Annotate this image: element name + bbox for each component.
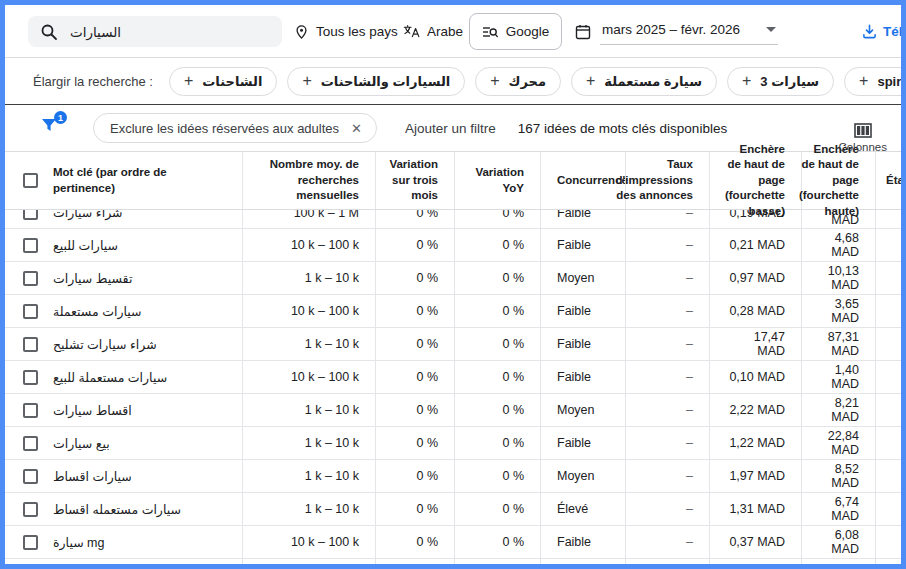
top-bid-high-cell: 87,31 MAD bbox=[801, 328, 875, 360]
ad-impression-share-cell: – bbox=[625, 361, 709, 393]
yoy-change-cell: 0 % bbox=[454, 295, 540, 327]
keyword-cell: سيارات مستعملة bbox=[53, 304, 142, 319]
ad-impression-share-cell: – bbox=[625, 295, 709, 327]
avg-searches-cell: 1 k – 10 k bbox=[242, 493, 375, 525]
competition-cell: Moyen bbox=[540, 262, 625, 294]
plus-icon: + bbox=[184, 72, 193, 90]
keyword-cell: تقسيط سيارات bbox=[53, 271, 132, 286]
row-checkbox[interactable] bbox=[23, 337, 38, 352]
competition-cell: Moyen bbox=[540, 394, 625, 426]
top-bid-high-cell: 22,84 MAD bbox=[801, 427, 875, 459]
columns-label: Colonnes bbox=[838, 141, 887, 153]
row-checkbox[interactable] bbox=[23, 238, 38, 253]
ad-impression-share-cell: – bbox=[625, 427, 709, 459]
avg-searches-cell: 1 k – 10 k bbox=[242, 427, 375, 459]
filter-funnel-button[interactable]: 1 bbox=[39, 115, 65, 141]
header-three-month-change[interactable]: Variation sur trois mois bbox=[375, 152, 454, 209]
table-row-partial-top: شراء سيارات 100 k – 1 M 0 % 0 % Faible –… bbox=[5, 210, 901, 229]
broaden-keyword-chip[interactable]: + محرك bbox=[475, 67, 561, 96]
header-status[interactable]: État bbox=[875, 152, 901, 209]
search-network-selector[interactable]: Google bbox=[469, 13, 562, 50]
top-toolbar: السيارات Tous les pays Arabe Google bbox=[5, 5, 901, 58]
keyword-search-input[interactable]: السيارات bbox=[28, 16, 282, 47]
download-button[interactable]: Télécharger bbox=[862, 5, 906, 58]
yoy-change-cell: 0 % bbox=[454, 262, 540, 294]
three-month-change-cell: 0 % bbox=[375, 526, 454, 558]
header-avg-searches[interactable]: Nombre moy. de recherches mensuelles bbox=[242, 152, 375, 209]
network-label: Google bbox=[506, 24, 550, 39]
broaden-keyword-chip[interactable]: + spirited away bbox=[844, 67, 906, 96]
select-all-checkbox[interactable] bbox=[23, 173, 38, 188]
top-bid-high-cell: 6,74 MAD bbox=[801, 493, 875, 525]
competition-cell: Faible bbox=[540, 295, 625, 327]
row-checkbox[interactable] bbox=[23, 403, 38, 418]
download-label: Télécharger bbox=[883, 24, 906, 39]
columns-icon bbox=[854, 123, 872, 138]
top-bid-high-cell: 8,52 MAD bbox=[801, 460, 875, 492]
yoy-change-cell: 0 % bbox=[454, 493, 540, 525]
row-checkbox[interactable] bbox=[23, 370, 38, 385]
status-cell bbox=[875, 460, 901, 492]
date-range-picker[interactable]: mars 2025 – févr. 2026 bbox=[575, 5, 778, 58]
broaden-search-bar: Élargir la recherche : + الشاحنات + السي… bbox=[5, 58, 901, 105]
columns-button[interactable]: Colonnes bbox=[838, 123, 887, 153]
avg-searches-cell: 1 k – 10 k bbox=[242, 394, 375, 426]
row-checkbox[interactable] bbox=[23, 535, 38, 550]
competition-cell: Faible bbox=[540, 427, 625, 459]
keyword-cell: سيارات للبيع bbox=[53, 238, 118, 253]
chip-label: سيارة مستعملة bbox=[604, 74, 702, 89]
top-bid-low-cell: 0,97 MAD bbox=[709, 262, 801, 294]
three-month-change-cell: 0 % bbox=[375, 493, 454, 525]
header-yoy-change[interactable]: Variation YoY bbox=[454, 152, 540, 209]
row-checkbox[interactable] bbox=[23, 469, 38, 484]
header-ad-impression-share[interactable]: Taux d'impressions des annonces bbox=[625, 152, 709, 209]
row-checkbox[interactable] bbox=[23, 271, 38, 286]
keyword-ideas-table: Mot clé (par ordre de pertinence) Nombre… bbox=[5, 151, 901, 569]
keyword-cell: سيارات اقساط bbox=[53, 469, 132, 484]
location-targeting-button[interactable]: Tous les pays bbox=[294, 5, 398, 58]
broaden-keyword-chip[interactable]: + سيارات 3 bbox=[727, 67, 834, 96]
row-checkbox[interactable] bbox=[23, 210, 38, 220]
broaden-keyword-chip[interactable]: + سيارة مستعملة bbox=[571, 67, 717, 96]
header-top-bid-high[interactable]: Enchère de haut de page (fourchette haut… bbox=[801, 152, 875, 209]
status-cell bbox=[875, 262, 901, 294]
three-month-change-cell: 0 % bbox=[375, 229, 454, 261]
header-top-bid-low[interactable]: Enchère de haut de page (fourchette bass… bbox=[709, 152, 801, 209]
yoy-change-cell: 0 % bbox=[454, 361, 540, 393]
three-month-change-cell: 0 % bbox=[375, 361, 454, 393]
search-query-text: السيارات bbox=[70, 24, 121, 40]
top-bid-high-cell: 10,13 MAD bbox=[801, 262, 875, 294]
chip-label: spirited away bbox=[877, 74, 906, 89]
top-bid-low-cell: 1,97 MAD bbox=[709, 460, 801, 492]
keyword-planner-window: السيارات Tous les pays Arabe Google bbox=[0, 0, 906, 569]
top-bid-low-cell: 2,22 MAD bbox=[709, 394, 801, 426]
header-competition[interactable]: Concurrence bbox=[540, 152, 625, 209]
status-cell bbox=[875, 394, 901, 426]
ad-impression-share-cell: – bbox=[625, 526, 709, 558]
top-bid-high-cell: 8,21 MAD bbox=[801, 394, 875, 426]
competition-cell: Moyen bbox=[540, 460, 625, 492]
language-targeting-button[interactable]: Arabe bbox=[403, 5, 463, 58]
close-icon[interactable]: ✕ bbox=[351, 121, 362, 136]
broaden-keyword-chip[interactable]: + السيارات والشاحنات bbox=[287, 67, 465, 96]
table-header-row: Mot clé (par ordre de pertinence) Nombre… bbox=[5, 152, 901, 210]
table-row-partial-bottom bbox=[5, 559, 901, 569]
yoy-change-cell: 0 % bbox=[454, 229, 540, 261]
add-filter-button[interactable]: Ajouter un filtre bbox=[405, 121, 496, 136]
chip-label: السيارات والشاحنات bbox=[321, 74, 451, 89]
ad-impression-share-cell: – bbox=[625, 460, 709, 492]
broaden-keyword-chip[interactable]: + الشاحنات bbox=[169, 67, 277, 96]
yoy-change-cell: 0 % bbox=[454, 394, 540, 426]
plus-icon: + bbox=[742, 72, 751, 90]
row-checkbox[interactable] bbox=[23, 304, 38, 319]
three-month-change-cell: 0 % bbox=[375, 394, 454, 426]
row-checkbox[interactable] bbox=[23, 502, 38, 517]
avg-searches-cell: 1 k – 10 k bbox=[242, 328, 375, 360]
filter-chip-label: Exclure les idées réservées aux adultes bbox=[110, 121, 339, 136]
top-bid-low-cell: 17,47 MAD bbox=[709, 328, 801, 360]
active-filter-chip[interactable]: Exclure les idées réservées aux adultes … bbox=[93, 113, 377, 143]
row-checkbox[interactable] bbox=[23, 436, 38, 451]
table-row: اقساط سيارات 1 k – 10 k 0 % 0 % Moyen – … bbox=[5, 394, 901, 427]
translate-icon bbox=[403, 24, 420, 39]
plus-icon: + bbox=[490, 72, 499, 90]
